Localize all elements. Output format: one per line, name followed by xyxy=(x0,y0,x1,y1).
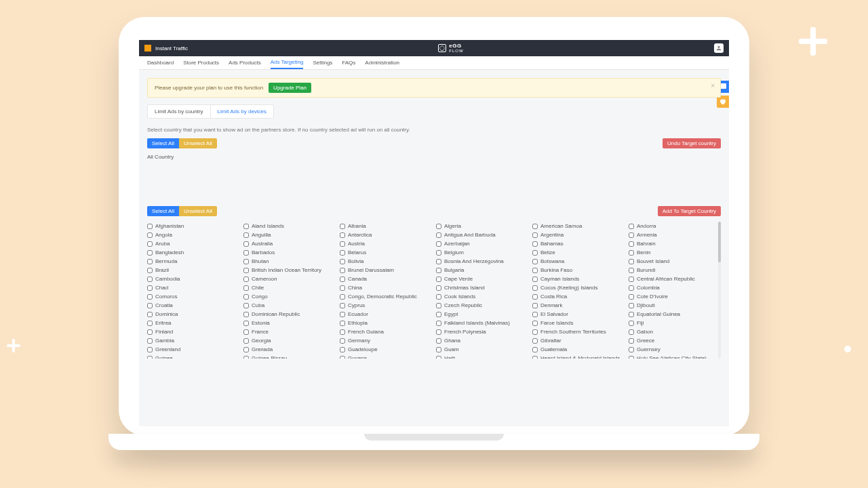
country-checkbox[interactable] xyxy=(147,250,153,256)
country-checkbox[interactable] xyxy=(340,250,345,256)
country-item[interactable]: Bouvet Island xyxy=(629,257,721,266)
country-checkbox[interactable] xyxy=(147,277,153,282)
country-item[interactable]: Cambodia xyxy=(147,274,239,283)
country-checkbox[interactable] xyxy=(436,356,441,359)
undo-target-button[interactable]: Undo Target country xyxy=(663,138,721,148)
country-item[interactable]: Armenia xyxy=(629,230,721,239)
country-item[interactable]: French Polynesia xyxy=(436,327,528,336)
country-checkbox[interactable] xyxy=(340,241,345,247)
country-checkbox[interactable] xyxy=(436,241,441,247)
country-checkbox[interactable] xyxy=(436,321,441,326)
country-item[interactable]: Argentina xyxy=(532,230,625,239)
country-item[interactable]: Cocos (Keeling) Islands xyxy=(532,283,625,292)
country-checkbox[interactable] xyxy=(147,329,153,335)
country-item[interactable]: Bhutan xyxy=(243,257,336,266)
alert-close-button[interactable]: × xyxy=(711,82,715,89)
country-item[interactable]: Algeria xyxy=(436,222,528,230)
country-item[interactable]: Costa Rica xyxy=(532,292,625,301)
country-checkbox[interactable] xyxy=(340,232,345,238)
nav-tab-ads-products[interactable]: Ads Products xyxy=(229,57,261,68)
nav-tab-ads-targeting[interactable]: Ads Targeting xyxy=(271,56,304,69)
nav-tab-faqs[interactable]: FAQs xyxy=(342,57,355,68)
country-checkbox[interactable] xyxy=(243,259,249,264)
country-checkbox[interactable] xyxy=(532,356,538,359)
country-checkbox[interactable] xyxy=(340,338,345,344)
country-item[interactable]: Denmark xyxy=(532,301,625,310)
nav-tab-settings[interactable]: Settings xyxy=(313,57,332,68)
country-item[interactable]: Djibouti xyxy=(629,301,721,310)
country-checkbox[interactable] xyxy=(340,268,345,273)
country-item[interactable]: Chad xyxy=(147,283,239,292)
country-checkbox[interactable] xyxy=(436,285,441,291)
country-item[interactable]: Guyana xyxy=(340,354,432,359)
country-item[interactable]: Equatorial Guinea xyxy=(629,310,721,319)
country-checkbox[interactable] xyxy=(629,303,634,308)
country-checkbox[interactable] xyxy=(436,338,441,344)
country-checkbox[interactable] xyxy=(629,241,634,247)
country-item[interactable]: Colombia xyxy=(629,283,721,292)
country-checkbox[interactable] xyxy=(340,312,345,317)
country-item[interactable]: Chile xyxy=(243,283,336,292)
country-item[interactable]: Guinea-Bissau xyxy=(243,354,336,359)
country-checkbox[interactable] xyxy=(147,338,153,344)
country-item[interactable]: El Salvador xyxy=(532,310,625,319)
country-item[interactable]: Haiti xyxy=(436,354,528,359)
country-item[interactable]: Cape Verde xyxy=(436,274,528,283)
country-item[interactable]: Bangladesh xyxy=(147,248,239,257)
country-item[interactable]: Antigua And Barbuda xyxy=(436,230,528,239)
country-item[interactable]: Faroe Islands xyxy=(532,319,625,327)
country-checkbox[interactable] xyxy=(629,312,634,317)
country-item[interactable]: Guinea xyxy=(147,354,239,359)
country-checkbox[interactable] xyxy=(532,232,538,238)
unselect-all-bottom[interactable]: Unselect All xyxy=(179,206,217,216)
country-checkbox[interactable] xyxy=(629,285,634,291)
country-checkbox[interactable] xyxy=(243,338,249,344)
country-checkbox[interactable] xyxy=(532,224,538,229)
country-checkbox[interactable] xyxy=(532,277,538,282)
country-item[interactable]: Georgia xyxy=(243,336,336,345)
country-checkbox[interactable] xyxy=(629,250,634,256)
country-item[interactable]: Greece xyxy=(629,336,721,345)
country-item[interactable]: French Guiana xyxy=(340,327,432,336)
country-item[interactable]: Central African Republic xyxy=(629,274,721,283)
country-item[interactable]: Cayman Islands xyxy=(532,274,625,283)
country-checkbox[interactable] xyxy=(436,294,441,300)
country-item[interactable]: France xyxy=(243,327,336,336)
country-checkbox[interactable] xyxy=(243,321,249,326)
country-item[interactable]: Belize xyxy=(532,248,625,257)
country-checkbox[interactable] xyxy=(243,356,249,359)
add-to-target-button[interactable]: Add To Target Country xyxy=(658,206,721,216)
country-item[interactable]: Australia xyxy=(243,239,336,248)
country-checkbox[interactable] xyxy=(147,241,153,247)
country-item[interactable]: Bahamas xyxy=(532,239,625,248)
country-checkbox[interactable] xyxy=(436,268,441,273)
country-item[interactable]: Egypt xyxy=(436,310,528,319)
country-checkbox[interactable] xyxy=(532,347,538,352)
country-checkbox[interactable] xyxy=(629,356,634,359)
country-item[interactable]: Gambia xyxy=(147,336,239,345)
scrollbar-thumb[interactable] xyxy=(718,222,721,262)
country-checkbox[interactable] xyxy=(147,303,153,308)
country-checkbox[interactable] xyxy=(243,250,249,256)
country-item[interactable]: Guam xyxy=(436,345,528,354)
country-checkbox[interactable] xyxy=(243,224,249,229)
country-checkbox[interactable] xyxy=(629,268,634,273)
country-scroll[interactable]: AfghanistanAngolaArubaBangladeshBermudaB… xyxy=(147,222,721,359)
country-checkbox[interactable] xyxy=(629,294,634,300)
country-item[interactable]: British Indian Ocean Territory xyxy=(243,266,336,274)
country-item[interactable]: Anguilla xyxy=(243,230,336,239)
country-checkbox[interactable] xyxy=(147,232,153,238)
country-checkbox[interactable] xyxy=(532,329,538,335)
country-checkbox[interactable] xyxy=(243,277,249,282)
country-item[interactable]: Cuba xyxy=(243,301,336,310)
country-checkbox[interactable] xyxy=(436,250,441,256)
country-item[interactable]: Gibraltar xyxy=(532,336,625,345)
country-item[interactable]: Cook Islands xyxy=(436,292,528,301)
nav-tab-administration[interactable]: Administration xyxy=(365,57,399,68)
country-checkbox[interactable] xyxy=(532,250,538,256)
country-checkbox[interactable] xyxy=(243,285,249,291)
country-checkbox[interactable] xyxy=(436,259,441,264)
country-checkbox[interactable] xyxy=(147,224,153,229)
country-item[interactable]: Andorra xyxy=(629,222,721,230)
nav-tab-dashboard[interactable]: Dashboard xyxy=(147,57,174,68)
